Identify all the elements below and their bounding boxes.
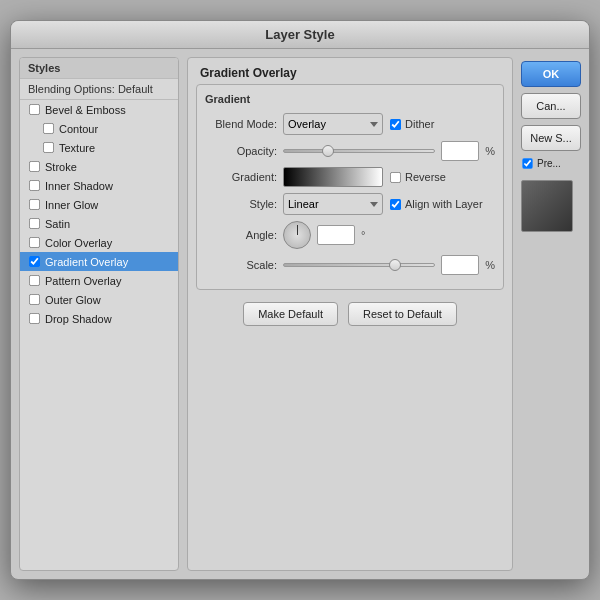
reverse-checkbox[interactable] <box>390 171 401 182</box>
style-item-stroke[interactable]: Stroke <box>20 157 178 176</box>
style-list: Bevel & EmbossContourTextureStrokeInner … <box>20 100 178 570</box>
scale-unit: % <box>485 259 495 271</box>
style-item-color-overlay[interactable]: Color Overlay <box>20 233 178 252</box>
preview-box <box>521 180 573 232</box>
opacity-input[interactable]: 40 <box>441 141 479 161</box>
dialog-body: Styles Blending Options: Default Bevel &… <box>11 49 589 579</box>
opacity-slider[interactable] <box>283 149 435 153</box>
style-select[interactable]: LinearRadialAngleReflectedDiamond <box>283 193 383 215</box>
style-item-drop-shadow[interactable]: Drop Shadow <box>20 309 178 328</box>
style-item-bevel-&-emboss[interactable]: Bevel & Emboss <box>20 100 178 119</box>
opacity-row: Opacity: 40 % <box>205 141 495 161</box>
style-item-satin[interactable]: Satin <box>20 214 178 233</box>
scale-label: Scale: <box>205 259 277 271</box>
dither-checkbox[interactable] <box>390 118 401 129</box>
ok-button[interactable]: OK <box>521 61 581 87</box>
blend-mode-row: Blend Mode: NormalDissolveDarkenMultiply… <box>205 113 495 135</box>
angle-label: Angle: <box>205 229 277 241</box>
opacity-thumb[interactable] <box>322 145 334 157</box>
layer-style-dialog: Layer Style Styles Blending Options: Def… <box>10 20 590 580</box>
styles-header: Styles <box>20 58 178 79</box>
new-style-button[interactable]: New S... <box>521 125 581 151</box>
blend-mode-select[interactable]: NormalDissolveDarkenMultiplyColor BurnLi… <box>283 113 383 135</box>
reverse-label: Reverse <box>389 171 446 184</box>
scale-input[interactable]: 100 <box>441 255 479 275</box>
style-item-texture[interactable]: Texture <box>20 138 178 157</box>
angle-input[interactable]: 90 <box>317 225 355 245</box>
right-panel: OK Can... New S... Pre... <box>521 57 581 571</box>
sub-section-title: Gradient <box>205 93 495 105</box>
style-item-pattern-overlay[interactable]: Pattern Overlay <box>20 271 178 290</box>
gradient-control: Reverse <box>283 167 495 187</box>
preview-row: Pre... <box>521 157 581 170</box>
style-item-inner-glow[interactable]: Inner Glow <box>20 195 178 214</box>
style-item-gradient-overlay[interactable]: Gradient Overlay <box>20 252 178 271</box>
titlebar: Layer Style <box>11 21 589 49</box>
style-item-contour[interactable]: Contour <box>20 119 178 138</box>
scale-row: Scale: 100 % <box>205 255 495 275</box>
cancel-button[interactable]: Can... <box>521 93 581 119</box>
opacity-label: Opacity: <box>205 145 277 157</box>
blend-mode-label: Blend Mode: <box>205 118 277 130</box>
style-row: Style: LinearRadialAngleReflectedDiamond… <box>205 193 495 215</box>
angle-line <box>297 225 298 235</box>
dialog-title: Layer Style <box>265 27 334 42</box>
gradient-label: Gradient: <box>205 171 277 183</box>
style-item-outer-glow[interactable]: Outer Glow <box>20 290 178 309</box>
align-label: Align with Layer <box>389 198 483 211</box>
preview-checkbox[interactable] <box>522 158 532 168</box>
gradient-subsection: Gradient Blend Mode: NormalDissolveDarke… <box>196 84 504 290</box>
scale-thumb[interactable] <box>389 259 401 271</box>
opacity-control: 40 % <box>283 141 495 161</box>
blending-options-label[interactable]: Blending Options: Default <box>20 79 178 100</box>
angle-row: Angle: 90 ° <box>205 221 495 249</box>
angle-control: 90 ° <box>283 221 495 249</box>
scale-control: 100 % <box>283 255 495 275</box>
angle-unit: ° <box>361 229 365 241</box>
angle-dial[interactable] <box>283 221 311 249</box>
blend-mode-control: NormalDissolveDarkenMultiplyColor BurnLi… <box>283 113 495 135</box>
style-item-inner-shadow[interactable]: Inner Shadow <box>20 176 178 195</box>
preview-label: Pre... <box>537 158 561 169</box>
style-control: LinearRadialAngleReflectedDiamond Align … <box>283 193 495 215</box>
center-panel: Gradient Overlay Gradient Blend Mode: No… <box>187 57 513 571</box>
align-checkbox[interactable] <box>390 198 401 209</box>
gradient-row: Gradient: Reverse <box>205 167 495 187</box>
gradient-preview[interactable] <box>283 167 383 187</box>
opacity-unit: % <box>485 145 495 157</box>
reset-default-button[interactable]: Reset to Default <box>348 302 457 326</box>
dialog-wrapper: Layer Style Styles Blending Options: Def… <box>0 0 600 600</box>
action-buttons-row: Make Default Reset to Default <box>196 302 504 326</box>
section-title: Gradient Overlay <box>188 58 512 84</box>
style-label: Style: <box>205 198 277 210</box>
left-panel: Styles Blending Options: Default Bevel &… <box>19 57 179 571</box>
dither-label: Dither <box>389 118 434 131</box>
make-default-button[interactable]: Make Default <box>243 302 338 326</box>
scale-slider[interactable] <box>283 263 435 267</box>
